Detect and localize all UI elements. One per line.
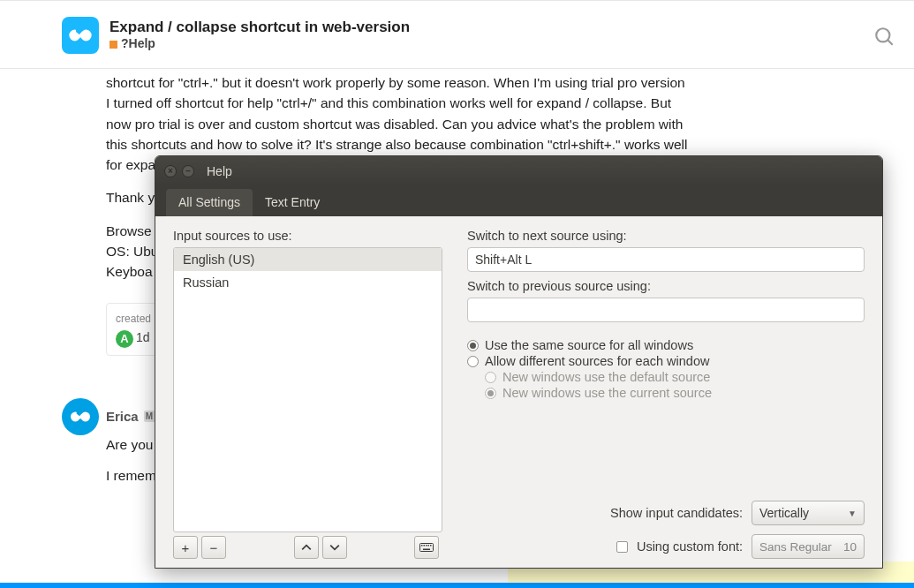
show-menubar-label: Show current input source in the menu ba… — [192, 568, 433, 569]
mod-badge: M — [144, 411, 155, 422]
keyboard-settings-link[interactable]: Keyboard Settings… — [747, 568, 865, 569]
radio-default-source: New windows use the default source — [485, 370, 865, 384]
candidates-label: Show input candidates: — [610, 506, 743, 520]
avatar-icon: A — [116, 330, 133, 348]
radio-icon — [485, 372, 496, 383]
custom-font-checkbox[interactable] — [616, 541, 628, 553]
custom-font-label: Using custom font: — [637, 539, 743, 554]
add-button[interactable]: + — [173, 536, 198, 559]
prev-source-label: Switch to previous source using: — [467, 279, 865, 293]
radio-icon[interactable] — [467, 340, 479, 351]
svg-rect-3 — [421, 545, 423, 547]
search-icon[interactable] — [873, 26, 896, 51]
input-source-item[interactable]: Russian — [174, 271, 442, 294]
created-info: created A1d — [106, 303, 161, 356]
candidates-dropdown[interactable]: Vertically▼ — [752, 501, 865, 525]
settings-dialog: × – Help All Settings Text Entry Input s… — [155, 155, 883, 569]
radio-same-source[interactable]: Use the same source for all windows — [467, 338, 865, 352]
app-logo[interactable] — [62, 17, 99, 54]
reply-avatar[interactable] — [62, 398, 99, 435]
scroll-progress — [0, 583, 914, 588]
radio-current-source: New windows use the current source — [485, 386, 865, 400]
reply-author[interactable]: Erica — [106, 409, 139, 424]
move-down-button[interactable] — [322, 536, 347, 559]
svg-line-1 — [888, 40, 892, 44]
remove-button[interactable]: − — [201, 536, 226, 559]
svg-rect-7 — [430, 545, 432, 547]
font-button[interactable]: Sans Regular10 — [752, 534, 865, 559]
radio-icon — [485, 388, 496, 399]
tab-all-settings[interactable]: All Settings — [166, 189, 253, 216]
radio-different-source[interactable]: Allow different sources for each window — [467, 354, 865, 368]
svg-rect-5 — [426, 545, 427, 547]
next-source-label: Switch to next source using: — [467, 229, 865, 243]
move-up-button[interactable] — [294, 536, 319, 559]
next-source-input[interactable] — [467, 247, 865, 272]
chevron-down-icon: ▼ — [848, 509, 857, 518]
input-sources-label: Input sources to use: — [173, 229, 442, 243]
tab-text-entry[interactable]: Text Entry — [253, 189, 332, 216]
input-source-item[interactable]: English (US) — [174, 248, 442, 271]
svg-point-0 — [876, 28, 889, 41]
minimize-icon[interactable]: – — [182, 165, 194, 177]
svg-rect-2 — [420, 544, 434, 552]
topic-category[interactable]: ?Help — [110, 36, 410, 50]
window-title: Help — [207, 164, 232, 178]
prev-source-input[interactable] — [467, 298, 865, 322]
input-sources-list[interactable]: English (US) Russian — [173, 247, 442, 532]
svg-rect-6 — [428, 545, 430, 547]
topic-title: Expand / collapse shortcut in web-versio… — [110, 19, 410, 36]
svg-rect-4 — [424, 545, 426, 547]
close-icon[interactable]: × — [164, 165, 177, 177]
titlebar[interactable]: × – Help — [155, 156, 882, 186]
keyboard-icon[interactable] — [414, 536, 439, 559]
radio-icon[interactable] — [467, 356, 479, 367]
svg-rect-8 — [423, 549, 430, 551]
